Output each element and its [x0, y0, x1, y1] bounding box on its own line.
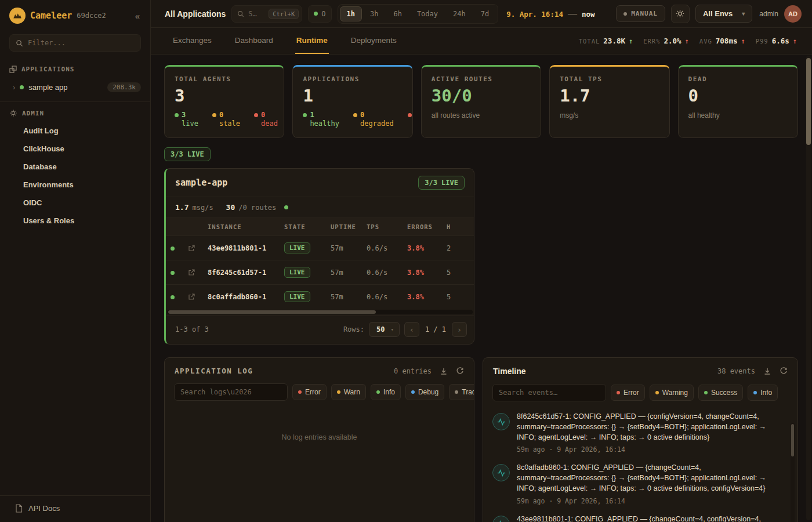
range-end: now [582, 10, 595, 19]
uptime-cell: 57m [326, 260, 362, 285]
up-arrow-icon: ↑ [793, 37, 797, 45]
theme-toggle-button[interactable] [671, 5, 690, 23]
download-icon[interactable] [440, 367, 448, 375]
range-6h[interactable]: 6h [386, 6, 408, 21]
stat-cards-row: TOTAL AGENTS 3 3 live 0 stale 0 dead [164, 65, 798, 138]
tab-dashboard[interactable]: Dashboard [234, 28, 274, 54]
instance-status-dot [171, 295, 175, 299]
heap-cell: 2 [442, 236, 474, 260]
expand-chevron-icon[interactable]: › [13, 83, 15, 92]
table-row[interactable]: 8c0affadb860-1 LIVE 57m 0.6/s 3.8% 5 [166, 285, 474, 309]
table-header-row: INSTANCE STATE UPTIME TPS ERRORS H [166, 218, 474, 236]
external-link-icon[interactable] [188, 245, 198, 252]
time-range-group: 1h 3h 6h Today 24h 7d [338, 4, 499, 24]
timeline-event[interactable]: 8c0affadb860-1: CONFIG_APPLIED — {change… [492, 463, 785, 505]
sidebar-item-audit-log[interactable]: Audit Log [0, 122, 150, 140]
tps-cell: 0.6/s [362, 236, 403, 260]
global-search[interactable]: Ctrl+K [231, 5, 302, 23]
range-7d[interactable]: 7d [474, 6, 496, 21]
range-3h[interactable]: 3h [363, 6, 385, 21]
applications-icon [9, 66, 17, 73]
filter-chip-error[interactable]: Error [611, 385, 645, 401]
event-time: 59m ago · 9 Apr 2026, 16:14 [517, 445, 785, 454]
sidebar-item-oidc[interactable]: OIDC [0, 194, 150, 212]
manual-refresh-button[interactable]: MANUAL [616, 5, 665, 22]
sidebar-item-users-roles[interactable]: Users & Roles [0, 212, 150, 230]
online-indicator[interactable]: O [308, 5, 331, 23]
activity-icon [492, 464, 510, 481]
range-today[interactable]: Today [410, 6, 445, 21]
apps-healthy: 1 healthy [303, 111, 339, 128]
avatar[interactable]: AD [784, 5, 802, 23]
filter-input[interactable] [28, 39, 135, 47]
divider [0, 102, 150, 102]
timeline-event[interactable]: 8f6245c61d57-1: CONFIG_APPLIED — {config… [492, 412, 785, 454]
uptime-cell: 57m [326, 285, 362, 309]
range-start: 9. Apr. 16:14 [506, 10, 563, 19]
instance-status-dot [171, 246, 175, 251]
sidebar-item-sample-app[interactable]: › sample app 208.3k [0, 78, 150, 97]
applications-section-header: APPLICATIONS [0, 60, 150, 78]
sidebar-item-environments[interactable]: Environments [0, 176, 150, 194]
global-search-input[interactable] [248, 10, 264, 18]
uptime-cell: 57m [326, 236, 362, 260]
external-link-icon[interactable] [188, 293, 198, 300]
sidebar-filter-input[interactable] [9, 34, 141, 52]
prev-page-button[interactable]: ‹ [404, 322, 419, 337]
up-arrow-icon: ↑ [741, 37, 745, 45]
horizontal-scrollbar[interactable] [167, 310, 473, 314]
tab-exchanges[interactable]: Exchanges [172, 28, 213, 54]
heap-cell: 5 [442, 285, 474, 309]
range-1h[interactable]: 1h [340, 6, 362, 21]
stat-p99: P99 6.6s ↑ [756, 37, 797, 45]
filter-chip-warning[interactable]: Warning [650, 385, 694, 401]
rows-per-page-select[interactable]: 50 ▾ [369, 322, 400, 337]
filter-chip-error[interactable]: Error [292, 384, 327, 400]
dead-value: 0 [688, 88, 788, 104]
brand-name: Cameleer [30, 10, 72, 21]
api-docs-link[interactable]: API Docs [0, 495, 150, 522]
filter-chip-info[interactable]: Info [748, 385, 778, 401]
page-scrollbar[interactable] [806, 56, 811, 520]
filter-chip-debug[interactable]: Debug [405, 384, 444, 400]
env-select[interactable]: All Envs ▾ [695, 5, 752, 23]
scrollbar-thumb[interactable] [806, 58, 811, 145]
timeline-search-input[interactable] [492, 384, 606, 401]
filter-chip-warn[interactable]: Warn [331, 384, 366, 400]
scrollbar-thumb[interactable] [791, 424, 794, 456]
table-row[interactable]: 8f6245c61d57-1 LIVE 57m 0.6/s 3.8% 5 [166, 260, 474, 285]
filter-chip-trace[interactable]: Trace [449, 384, 474, 400]
errors-cell: 3.8% [403, 236, 442, 260]
table-row[interactable]: 43ee9811b801-1 LIVE 57m 0.6/s 3.8% 2 [166, 236, 474, 260]
sidebar-item-database[interactable]: Database [0, 158, 150, 176]
filter-chip-success[interactable]: Success [698, 385, 743, 401]
active-routes-value: 30/0 [432, 88, 531, 104]
routes-ok-dot [284, 205, 288, 209]
shortcut-kbd: Ctrl+K [269, 9, 299, 19]
download-icon[interactable] [763, 367, 771, 375]
card-total-tps: TOTAL TPS 1.7 msg/s [549, 65, 669, 138]
refresh-icon[interactable] [780, 367, 788, 375]
filter-chip-info[interactable]: Info [371, 384, 401, 400]
log-panel-title: APPLICATION LOG [175, 367, 253, 375]
card-active-routes: ACTIVE ROUTES 30/0 all routes active [421, 65, 541, 138]
table-footer: 1-3 of 3 Rows: 50 ▾ ‹ 1 / 1 › [166, 316, 474, 344]
sidebar-item-clickhouse[interactable]: ClickHouse [0, 140, 150, 158]
external-link-icon[interactable] [188, 269, 198, 276]
agents-dead: 0 dead [254, 111, 278, 128]
log-search-input[interactable] [174, 383, 288, 401]
scrollbar-thumb[interactable] [168, 310, 376, 314]
sidebar-collapse-button[interactable]: « [133, 10, 142, 22]
refresh-icon[interactable] [456, 367, 464, 375]
next-page-button[interactable]: › [452, 322, 467, 337]
content: TOTAL AGENTS 3 3 live 0 stale 0 dead [151, 55, 812, 522]
timeline-scrollbar[interactable] [791, 423, 795, 522]
range-24h[interactable]: 24h [446, 6, 473, 21]
tab-runtime[interactable]: Runtime [295, 28, 329, 54]
tabs-bar: Exchanges Dashboard Runtime Deployments … [151, 28, 812, 55]
tab-deployments[interactable]: Deployments [350, 28, 398, 54]
search-icon [237, 10, 244, 17]
timeline-event[interactable]: 43ee9811b801-1: CONFIG_APPLIED — {change… [492, 514, 785, 522]
total-agents-value: 3 [175, 88, 274, 104]
timeline-panel: Timeline 38 events Er [483, 357, 798, 522]
